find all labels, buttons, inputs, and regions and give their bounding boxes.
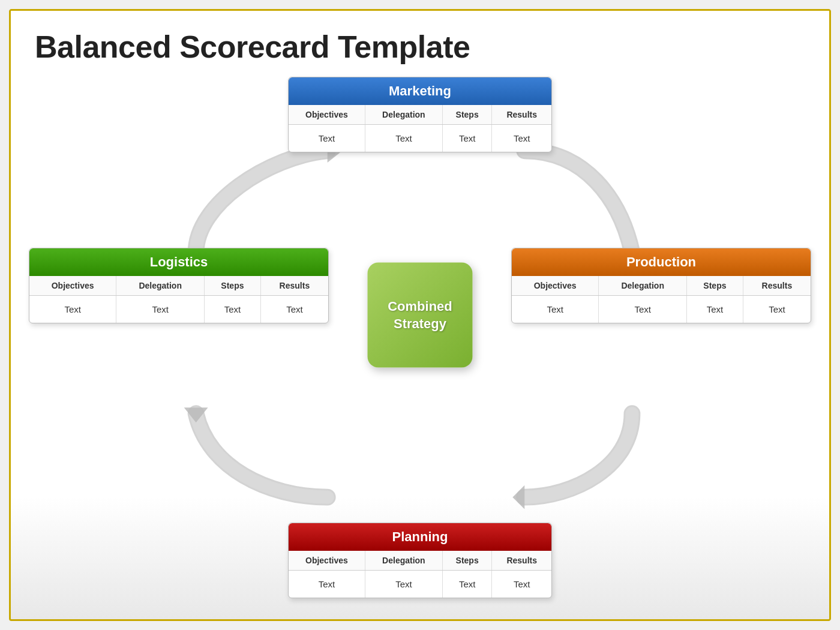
logistics-cell-objectives: Text [29, 296, 116, 323]
planning-col-steps: Steps [442, 551, 491, 571]
combined-strategy-text: Combined Strategy [388, 298, 452, 332]
logistics-cell-results: Text [260, 296, 328, 323]
marketing-cell-results: Text [492, 125, 551, 152]
logistics-col-objectives: Objectives [29, 276, 116, 296]
marketing-section: Marketing Objectives Delegation Steps Re… [288, 77, 552, 152]
combined-strategy: Combined Strategy [368, 263, 473, 368]
logistics-table: Objectives Delegation Steps Results Text… [29, 276, 328, 323]
logistics-header: Logistics [29, 248, 328, 276]
table-row: Text Text Text Text [289, 571, 551, 598]
planning-cell-steps: Text [442, 571, 491, 598]
table-row: Text Text Text Text [512, 296, 811, 323]
logistics-cell-steps: Text [205, 296, 261, 323]
svg-marker-4 [184, 407, 208, 422]
production-header: Production [512, 248, 811, 276]
marketing-header: Marketing [289, 77, 551, 105]
planning-section: Planning Objectives Delegation Steps Res… [288, 523, 552, 598]
production-cell-delegation: Text [599, 296, 687, 323]
planning-cell-delegation: Text [365, 571, 442, 598]
planning-cell-results: Text [492, 571, 551, 598]
page-title: Balanced Scorecard Template [35, 29, 805, 65]
production-cell-results: Text [743, 296, 811, 323]
planning-cell-objectives: Text [289, 571, 365, 598]
logistics-section: Logistics Objectives Delegation Steps Re… [29, 248, 329, 323]
logistics-col-steps: Steps [205, 276, 261, 296]
marketing-col-delegation: Delegation [365, 105, 442, 125]
production-col-results: Results [743, 276, 811, 296]
marketing-cell-objectives: Text [289, 125, 365, 152]
planning-col-results: Results [492, 551, 551, 571]
marketing-col-results: Results [492, 105, 551, 125]
planning-col-objectives: Objectives [289, 551, 365, 571]
slide: Balanced Scorecard Template Marketing [9, 9, 831, 621]
marketing-cell-delegation: Text [365, 125, 442, 152]
table-row: Text Text Text Text [29, 296, 328, 323]
planning-col-delegation: Delegation [365, 551, 442, 571]
production-col-delegation: Delegation [599, 276, 687, 296]
logistics-col-results: Results [260, 276, 328, 296]
marketing-table: Objectives Delegation Steps Results Text… [289, 105, 551, 152]
marketing-col-steps: Steps [442, 105, 491, 125]
production-section: Production Objectives Delegation Steps R… [511, 248, 811, 323]
production-col-objectives: Objectives [512, 276, 599, 296]
production-cell-steps: Text [687, 296, 743, 323]
planning-header: Planning [289, 523, 551, 551]
production-cell-objectives: Text [512, 296, 599, 323]
production-col-steps: Steps [687, 276, 743, 296]
planning-table: Objectives Delegation Steps Results Text… [289, 551, 551, 598]
svg-marker-3 [512, 485, 524, 509]
production-table: Objectives Delegation Steps Results Text… [512, 276, 811, 323]
marketing-col-objectives: Objectives [289, 105, 365, 125]
table-row: Text Text Text Text [289, 125, 551, 152]
logistics-col-delegation: Delegation [116, 276, 205, 296]
logistics-cell-delegation: Text [116, 296, 205, 323]
marketing-cell-steps: Text [442, 125, 491, 152]
